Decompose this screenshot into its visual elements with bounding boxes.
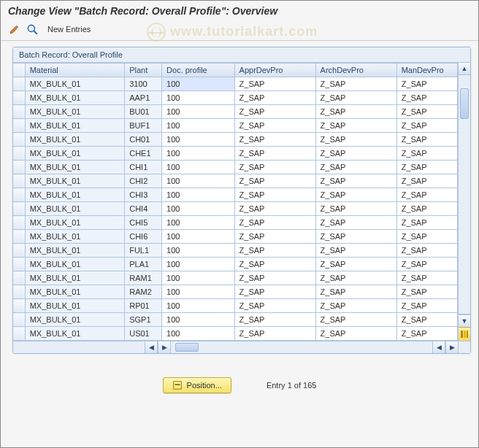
scroll-right-icon[interactable]: ▶ (158, 341, 171, 353)
cell-arch-dev-pro[interactable]: Z_SAP (315, 230, 396, 244)
cell-material[interactable]: MX_BULK_01 (25, 161, 125, 174)
cell-appr-dev-pro[interactable]: Z_SAP (234, 174, 315, 188)
cell-appr-dev-pro[interactable]: Z_SAP (234, 258, 315, 271)
row-select-handle[interactable] (13, 258, 25, 271)
cell-plant[interactable]: CHI1 (125, 161, 162, 174)
cell-appr-dev-pro[interactable]: Z_SAP (234, 147, 315, 161)
cell-plant[interactable]: PLA1 (125, 258, 162, 271)
cell-doc-profile[interactable]: 100 (162, 188, 234, 202)
table-row[interactable]: MX_BULK_01CHI5100Z_SAPZ_SAPZ_SAP (13, 216, 458, 230)
cell-appr-dev-pro[interactable]: Z_SAP (234, 133, 315, 147)
cell-plant[interactable]: BUF1 (125, 119, 162, 133)
scroll-right2-icon[interactable]: ▶ (445, 341, 459, 353)
new-entries-button[interactable]: New Entries (47, 25, 91, 34)
cell-plant[interactable]: CHI5 (125, 216, 162, 230)
cell-doc-profile[interactable]: 100 (162, 77, 234, 91)
cell-man-dev-pro[interactable]: Z_SAP (396, 327, 457, 341)
cell-arch-dev-pro[interactable]: Z_SAP (315, 77, 396, 91)
cell-man-dev-pro[interactable]: Z_SAP (396, 105, 457, 119)
row-select-handle[interactable] (13, 105, 25, 119)
cell-appr-dev-pro[interactable]: Z_SAP (234, 77, 315, 91)
table-row[interactable]: MX_BULK_01FUL1100Z_SAPZ_SAPZ_SAP (13, 244, 458, 258)
cell-man-dev-pro[interactable]: Z_SAP (396, 161, 457, 174)
table-row[interactable]: MX_BULK_01SGP1100Z_SAPZ_SAPZ_SAP (13, 313, 458, 327)
table-row[interactable]: MX_BULK_01BUF1100Z_SAPZ_SAPZ_SAP (13, 119, 458, 133)
table-row[interactable]: MX_BULK_01CHI6100Z_SAPZ_SAPZ_SAP (13, 230, 458, 244)
cell-man-dev-pro[interactable]: Z_SAP (396, 202, 457, 216)
row-select-handle[interactable] (13, 188, 25, 202)
scroll-thumb[interactable] (460, 88, 469, 119)
cell-doc-profile[interactable]: 100 (162, 216, 234, 230)
table-row[interactable]: MX_BULK_01PLA1100Z_SAPZ_SAPZ_SAP (13, 258, 458, 271)
cell-doc-profile[interactable]: 100 (162, 244, 234, 258)
row-select-handle[interactable] (13, 147, 25, 161)
row-select-handle[interactable] (13, 202, 25, 216)
hscroll-thumb[interactable] (175, 343, 199, 352)
cell-doc-profile[interactable]: 100 (162, 230, 234, 244)
cell-material[interactable]: MX_BULK_01 (25, 147, 125, 161)
toggle-display-change-icon[interactable] (8, 23, 21, 36)
cell-plant[interactable]: CHE1 (125, 147, 162, 161)
cell-arch-dev-pro[interactable]: Z_SAP (315, 327, 396, 341)
cell-arch-dev-pro[interactable]: Z_SAP (315, 174, 396, 188)
cell-man-dev-pro[interactable]: Z_SAP (396, 147, 457, 161)
scroll-up-icon[interactable]: ▲ (459, 63, 470, 75)
cell-man-dev-pro[interactable]: Z_SAP (396, 299, 457, 313)
cell-arch-dev-pro[interactable]: Z_SAP (315, 258, 396, 271)
cell-arch-dev-pro[interactable]: Z_SAP (315, 244, 396, 258)
cell-doc-profile[interactable]: 100 (162, 91, 234, 105)
cell-doc-profile[interactable]: 100 (162, 299, 234, 313)
cell-appr-dev-pro[interactable]: Z_SAP (234, 161, 315, 174)
cell-material[interactable]: MX_BULK_01 (25, 258, 125, 271)
cell-material[interactable]: MX_BULK_01 (25, 244, 125, 258)
cell-doc-profile[interactable]: 100 (162, 271, 234, 285)
cell-man-dev-pro[interactable]: Z_SAP (396, 119, 457, 133)
cell-doc-profile[interactable]: 100 (162, 202, 234, 216)
cell-appr-dev-pro[interactable]: Z_SAP (234, 105, 315, 119)
cell-material[interactable]: MX_BULK_01 (25, 91, 125, 105)
cell-appr-dev-pro[interactable]: Z_SAP (234, 299, 315, 313)
cell-plant[interactable]: 3100 (125, 77, 162, 91)
cell-plant[interactable]: AAP1 (125, 91, 162, 105)
row-select-handle[interactable] (13, 174, 25, 188)
cell-doc-profile[interactable]: 100 (162, 174, 234, 188)
cell-doc-profile[interactable]: 100 (162, 105, 234, 119)
cell-plant[interactable]: BU01 (125, 105, 162, 119)
cell-arch-dev-pro[interactable]: Z_SAP (315, 91, 396, 105)
cell-plant[interactable]: CH01 (125, 133, 162, 147)
row-select-handle[interactable] (13, 133, 25, 147)
cell-doc-profile[interactable]: 100 (162, 147, 234, 161)
table-row[interactable]: MX_BULK_01AAP1100Z_SAPZ_SAPZ_SAP (13, 91, 458, 105)
cell-material[interactable]: MX_BULK_01 (25, 230, 125, 244)
cell-arch-dev-pro[interactable]: Z_SAP (315, 285, 396, 299)
cell-material[interactable]: MX_BULK_01 (25, 271, 125, 285)
cell-man-dev-pro[interactable]: Z_SAP (396, 188, 457, 202)
cell-arch-dev-pro[interactable]: Z_SAP (315, 133, 396, 147)
row-select-handle[interactable] (13, 161, 25, 174)
row-select-handle[interactable] (13, 91, 25, 105)
row-select-handle[interactable] (13, 119, 25, 133)
cell-appr-dev-pro[interactable]: Z_SAP (234, 202, 315, 216)
vertical-scrollbar[interactable]: ▲ ▼ (458, 63, 470, 341)
col-doc-profile[interactable]: Doc. profile (162, 63, 234, 77)
cell-material[interactable]: MX_BULK_01 (25, 105, 125, 119)
cell-arch-dev-pro[interactable]: Z_SAP (315, 119, 396, 133)
col-plant[interactable]: Plant (125, 63, 162, 77)
cell-man-dev-pro[interactable]: Z_SAP (396, 230, 457, 244)
cell-doc-profile[interactable]: 100 (162, 161, 234, 174)
cell-material[interactable]: MX_BULK_01 (25, 202, 125, 216)
cell-man-dev-pro[interactable]: Z_SAP (396, 216, 457, 230)
cell-plant[interactable]: CHI2 (125, 174, 162, 188)
table-row[interactable]: MX_BULK_01CH01100Z_SAPZ_SAPZ_SAP (13, 133, 458, 147)
row-select-handle[interactable] (13, 327, 25, 341)
cell-man-dev-pro[interactable]: Z_SAP (396, 258, 457, 271)
cell-material[interactable]: MX_BULK_01 (25, 327, 125, 341)
cell-man-dev-pro[interactable]: Z_SAP (396, 271, 457, 285)
cell-arch-dev-pro[interactable]: Z_SAP (315, 188, 396, 202)
cell-arch-dev-pro[interactable]: Z_SAP (315, 299, 396, 313)
cell-plant[interactable]: RAM2 (125, 285, 162, 299)
cell-doc-profile[interactable]: 100 (162, 258, 234, 271)
other-view-icon[interactable] (26, 23, 39, 36)
position-button[interactable]: Position... (163, 377, 231, 393)
cell-material[interactable]: MX_BULK_01 (25, 133, 125, 147)
